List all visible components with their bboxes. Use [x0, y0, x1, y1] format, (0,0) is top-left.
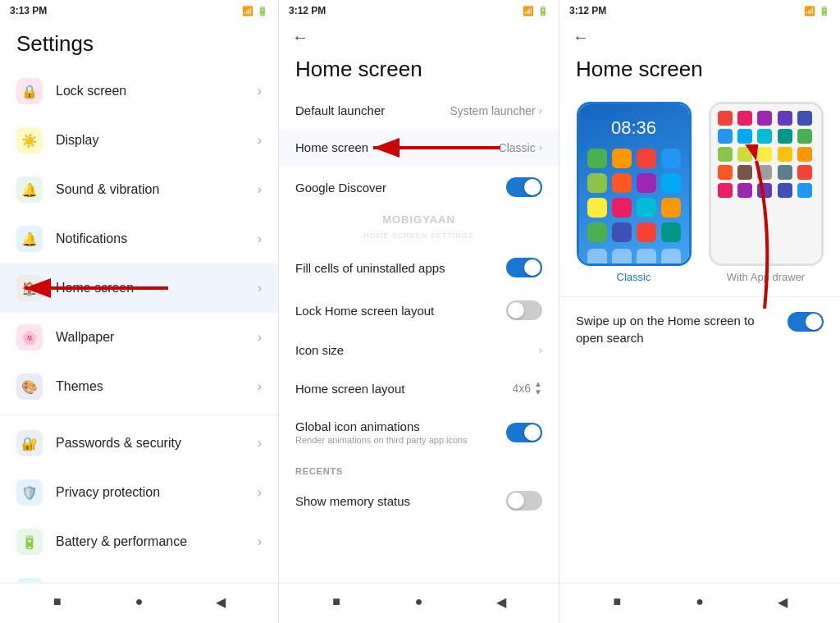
- bottom-nav-1: ■ ● ◀: [0, 583, 278, 623]
- watermark: MOBIGYAAN: [279, 208, 559, 231]
- status-bar-2: 3:12 PM 📶 🔋: [279, 0, 559, 21]
- signal-icon-2: 🔋: [537, 6, 549, 16]
- nav-circle-1[interactable]: ●: [129, 592, 148, 612]
- lock-layout-label: Lock Home screen layout: [295, 304, 434, 318]
- chevron-icon: ›: [258, 534, 262, 549]
- nav-square-1[interactable]: ■: [48, 592, 67, 612]
- show-memory-item[interactable]: Show memory status: [279, 479, 559, 522]
- google-discover-label: Google Discover: [295, 181, 386, 195]
- wallpaper-icon: 🌸: [16, 324, 43, 350]
- chevron-icon: ›: [258, 133, 262, 148]
- sidebar-item-battery[interactable]: 🔋 Battery & performance ›: [0, 517, 278, 566]
- sidebar-item-notifications[interactable]: 🔔 Notifications ›: [0, 214, 278, 263]
- back-button-2[interactable]: ←: [292, 28, 308, 47]
- recents-section-label: RECENTS: [279, 456, 559, 479]
- chevron-icon: ›: [258, 330, 262, 345]
- nav-circle-3[interactable]: ●: [690, 592, 710, 612]
- home-screen-style-title: Home screen: [559, 53, 840, 92]
- back-button-3[interactable]: ←: [573, 28, 589, 47]
- toggle-knob: [508, 302, 524, 318]
- sound-icon: 🔔: [16, 176, 43, 203]
- lock-layout-item[interactable]: Lock Home screen layout: [279, 289, 559, 332]
- home-screen-style-item[interactable]: Home screen Classic ›: [279, 129, 559, 166]
- icon-size-item[interactable]: Icon size ›: [279, 332, 559, 369]
- status-bar-3: 3:12 PM 📶 🔋: [559, 0, 840, 21]
- home-screen-settings-panel: 3:12 PM 📶 🔋 ← Home screen Default launch…: [279, 0, 559, 623]
- chevron-icon: ›: [539, 104, 542, 117]
- wallpaper-label: Wallpaper: [56, 330, 258, 345]
- nav-back-2[interactable]: ◀: [491, 592, 511, 612]
- themes-label: Themes: [56, 379, 258, 394]
- time-2: 3:12 PM: [289, 5, 326, 16]
- default-launcher-label: Default launcher: [295, 103, 385, 117]
- battery-icon-3: 📶: [804, 6, 815, 16]
- default-launcher-item[interactable]: Default launcher System launcher ›: [279, 92, 559, 129]
- home-screen-style-label: Home screen: [295, 140, 368, 154]
- bottom-nav-2: ■ ● ◀: [279, 583, 559, 623]
- global-animations-item[interactable]: Global icon animations Render animations…: [279, 408, 559, 456]
- chevron-icon: ›: [258, 231, 262, 246]
- home-layout-label: Home screen layout: [295, 382, 404, 396]
- classic-phone-bg: 08:36: [579, 104, 689, 263]
- notifications-icon: 🔔: [16, 226, 43, 252]
- settings-title: Settings: [0, 21, 278, 63]
- sidebar-item-apps[interactable]: ⚙️ Apps ›: [0, 566, 278, 583]
- swipe-search-row: Swipe up on the Home screen to open sear…: [559, 300, 840, 358]
- default-launcher-value: System launcher ›: [450, 104, 542, 117]
- red-arrow-annotation-1: [0, 272, 172, 305]
- nav-square-3[interactable]: ■: [607, 592, 627, 612]
- swipe-search-toggle[interactable]: [788, 312, 824, 332]
- sidebar-item-passwords[interactable]: 🔐 Passwords & security ›: [0, 419, 278, 468]
- home-settings-list: Default launcher System launcher › Home …: [279, 92, 559, 583]
- display-icon: ☀️: [16, 127, 43, 153]
- signal-icon-1: 🔋: [257, 6, 268, 16]
- sidebar-item-home-screen[interactable]: 🏠 Home screen ›: [0, 263, 278, 313]
- nav-back-3[interactable]: ◀: [773, 592, 792, 612]
- status-icons-1: 📶 🔋: [242, 6, 268, 16]
- chevron-icon: ›: [258, 436, 262, 451]
- home-layout-value: 4x6 ▲▼: [513, 380, 542, 396]
- classic-option[interactable]: 08:36 Classic: [573, 102, 695, 283]
- status-bar-1: 3:13 PM 📶 🔋: [0, 0, 278, 21]
- sidebar-item-themes[interactable]: 🎨 Themes ›: [0, 362, 278, 411]
- google-discover-toggle[interactable]: [506, 177, 542, 197]
- lock-layout-toggle[interactable]: [506, 300, 542, 320]
- chevron-icon: ›: [258, 281, 262, 295]
- panel2-header: ←: [279, 21, 559, 53]
- display-label: Display: [56, 133, 258, 148]
- nav-back-1[interactable]: ◀: [211, 592, 231, 612]
- global-animations-label: Global icon animations: [295, 419, 506, 433]
- apps-icon: ⚙️: [16, 578, 43, 583]
- privacy-label: Privacy protection: [56, 485, 258, 500]
- home-screen-title: Home screen: [279, 53, 559, 92]
- themes-icon: 🎨: [16, 373, 43, 400]
- sidebar-item-lock-screen[interactable]: 🔒 Lock screen ›: [0, 66, 278, 116]
- home-layout-item[interactable]: Home screen layout 4x6 ▲▼: [279, 369, 559, 408]
- show-memory-toggle[interactable]: [506, 491, 542, 511]
- classic-preview: 08:36: [577, 102, 692, 266]
- battery-icon: 🔋: [16, 529, 43, 555]
- show-memory-label: Show memory status: [295, 494, 410, 508]
- chevron-icon: ›: [539, 344, 542, 356]
- privacy-icon: 🛡️: [16, 479, 43, 506]
- swipe-search-text: Swipe up on the Home screen to open sear…: [576, 312, 778, 346]
- sidebar-item-sound[interactable]: 🔔 Sound & vibration ›: [0, 165, 278, 214]
- global-animations-toggle[interactable]: [506, 423, 542, 442]
- chevron-icon: ›: [539, 141, 542, 153]
- bottom-nav-3: ■ ● ◀: [559, 583, 840, 623]
- passwords-label: Passwords & security: [56, 436, 258, 451]
- google-discover-item[interactable]: Google Discover: [279, 166, 559, 208]
- panel3-header: ←: [559, 21, 840, 53]
- fill-cells-item[interactable]: Fill cells of uninstalled apps: [279, 246, 559, 289]
- nav-circle-2[interactable]: ●: [409, 592, 428, 612]
- sidebar-item-wallpaper[interactable]: 🌸 Wallpaper ›: [0, 313, 278, 362]
- battery-label: Battery & performance: [56, 534, 258, 549]
- home-screen-style-value: Classic ›: [499, 141, 542, 154]
- sidebar-item-privacy[interactable]: 🛡️ Privacy protection ›: [0, 468, 278, 517]
- sidebar-item-display[interactable]: ☀️ Display ›: [0, 116, 278, 165]
- chevron-icon: ›: [258, 485, 262, 500]
- fill-cells-toggle[interactable]: [506, 258, 542, 277]
- nav-square-2[interactable]: ■: [326, 592, 346, 612]
- toggle-knob: [524, 179, 541, 195]
- toggle-knob: [806, 314, 822, 330]
